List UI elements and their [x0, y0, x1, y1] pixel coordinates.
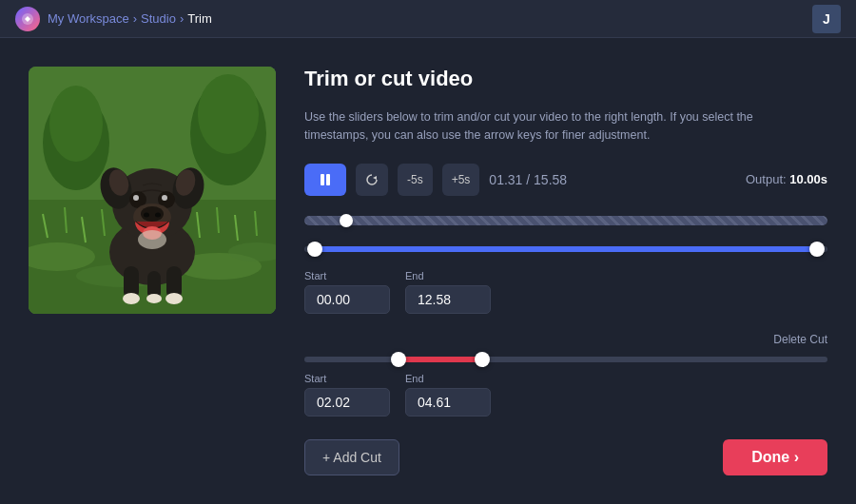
svg-point-37 [144, 213, 149, 218]
scrubber-section: Start End [304, 211, 827, 314]
svg-point-33 [133, 195, 139, 201]
scrubber-track[interactable] [304, 211, 827, 230]
cut-handle-left[interactable] [391, 352, 406, 367]
current-time[interactable]: 01.31 [489, 172, 522, 187]
trim-slider-track[interactable] [304, 238, 827, 261]
scrubber-handle[interactable] [340, 214, 353, 227]
cut-handle-right[interactable] [475, 352, 490, 367]
cut-end-label: End [405, 373, 491, 384]
total-time: 15.58 [534, 172, 567, 187]
output-display: Output: 10.00s [746, 172, 827, 186]
svg-point-16 [49, 86, 103, 162]
svg-point-38 [155, 213, 161, 218]
trim-background [304, 246, 827, 252]
trim-start-input[interactable] [304, 285, 390, 314]
rewind-icon [365, 173, 379, 186]
video-preview [29, 67, 276, 314]
time-display: 01.31 / 15.58 [489, 172, 567, 187]
play-pause-button[interactable] [304, 164, 346, 196]
cut-section: Delete Cut Start End [304, 333, 827, 417]
app-logo [15, 7, 40, 31]
playback-controls: -5s +5s 01.31 / 15.58 Output: 10.00s [304, 164, 827, 196]
cut-start-label: Start [304, 373, 390, 384]
trim-start-label: Start [304, 270, 390, 281]
minus5-button[interactable]: -5s [398, 164, 433, 196]
trim-handle-left[interactable] [307, 242, 322, 257]
scrubber-fill [304, 216, 827, 225]
plus5-button[interactable]: +5s [442, 164, 480, 196]
panel-title: Trim or cut video [304, 67, 827, 91]
trim-start-group: Start [304, 270, 390, 314]
app-header: My Workspace › Studio › Trim J [0, 0, 856, 38]
cut-fill [399, 357, 482, 362]
scrubber-background [304, 216, 827, 225]
cut-start-group: Start [304, 373, 390, 417]
breadcrumb-workspace[interactable]: My Workspace [48, 11, 129, 26]
cut-background [304, 357, 827, 362]
done-button[interactable]: Done › [723, 439, 827, 475]
svg-marker-43 [373, 176, 377, 180]
avatar[interactable]: J [812, 5, 841, 33]
trim-end-group: End [405, 270, 491, 314]
svg-rect-41 [321, 174, 324, 185]
cut-fields: Start End [304, 373, 827, 417]
breadcrumb-sep2: › [180, 11, 184, 26]
delete-cut-button[interactable]: Delete Cut [773, 333, 827, 346]
cut-header: Delete Cut [304, 333, 827, 346]
svg-rect-42 [326, 174, 330, 185]
actions-row: + Add Cut Done › [304, 439, 827, 475]
cut-end-input[interactable] [405, 388, 491, 417]
rewind-button[interactable] [356, 164, 388, 196]
add-cut-button[interactable]: + Add Cut [304, 439, 399, 475]
video-thumbnail [29, 67, 276, 314]
trim-fields: Start End [304, 270, 827, 314]
breadcrumb-current: Trim [187, 11, 212, 26]
cut-end-group: End [405, 373, 491, 417]
svg-point-18 [198, 74, 259, 154]
trim-end-input[interactable] [405, 285, 491, 314]
trim-fill [315, 246, 817, 252]
breadcrumb-studio[interactable]: Studio [141, 11, 176, 26]
breadcrumb: My Workspace › Studio › Trim [48, 11, 212, 26]
svg-point-40 [138, 230, 166, 249]
svg-point-25 [165, 293, 183, 304]
main-content: Trim or cut video Use the sliders below … [0, 38, 856, 504]
svg-point-24 [146, 294, 162, 303]
trim-end-label: End [405, 270, 491, 281]
dog-illustration [29, 67, 276, 314]
edit-panel: Trim or cut video Use the sliders below … [304, 67, 827, 475]
svg-point-34 [162, 195, 167, 201]
time-separator: / [526, 172, 534, 187]
svg-point-23 [123, 293, 140, 304]
panel-description: Use the sliders below to trim and/or cut… [304, 108, 780, 145]
trim-handle-right[interactable] [809, 242, 825, 257]
cut-start-input[interactable] [304, 388, 390, 417]
pause-icon [318, 172, 333, 187]
cut-slider-track[interactable] [304, 348, 827, 371]
breadcrumb-sep1: › [133, 11, 137, 26]
header-left: My Workspace › Studio › Trim [15, 7, 212, 31]
